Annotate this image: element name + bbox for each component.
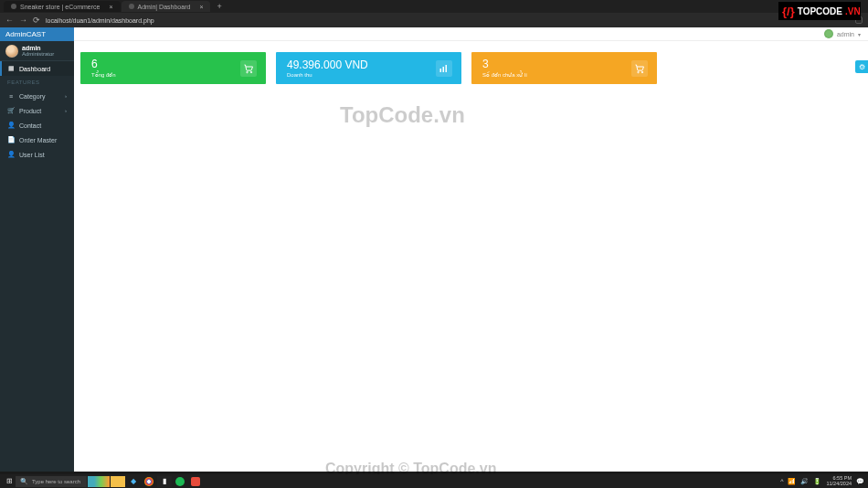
settings-toggle[interactable]: ⚙	[855, 60, 868, 73]
card-value: 3	[482, 58, 527, 69]
topcode-overlay-logo: {/} TOPCODE.VN	[778, 2, 861, 20]
svg-rect-4	[446, 65, 448, 72]
nav-forward-button[interactable]: →	[19, 16, 27, 25]
taskbar-app-spotify[interactable]	[175, 477, 185, 486]
nav-label: Contact	[19, 122, 41, 129]
svg-point-6	[641, 71, 643, 73]
sidebar-user-panel: admin Administrator	[0, 41, 74, 61]
system-tray: ^ 📶 🔊 🔋 6:55 PM 11/24/2024 💬	[780, 476, 864, 486]
tab-title: Admin| Dashboard	[138, 4, 191, 10]
file-icon: 📄	[7, 136, 15, 143]
sidebar: admin Administrator ▦ Dashboard FEATURES…	[0, 27, 74, 472]
nav-product[interactable]: 🛒 Product ›	[0, 103, 74, 118]
nav-section-features: FEATURES	[0, 76, 74, 89]
tray-chevron-icon[interactable]: ^	[780, 478, 783, 484]
address-url[interactable]: localhost/duan1/admin/dashboard.php	[46, 17, 154, 24]
tab-title: Sneaker store | eCommerce	[20, 4, 100, 10]
search-placeholder: Type here to search	[32, 479, 80, 484]
nav-dashboard[interactable]: ▦ Dashboard	[0, 61, 74, 76]
main-content: 6 Tổng đơn 49.396.000 VND Doanh thu 3	[74, 27, 868, 472]
card-revenue[interactable]: 49.396.000 VND Doanh thu	[276, 52, 461, 84]
tab-favicon	[11, 4, 16, 9]
svg-point-5	[638, 71, 640, 73]
header-user-menu[interactable]: admin ▾	[824, 29, 868, 38]
card-label: Tổng đơn	[91, 71, 116, 78]
sidebar-user-role: Administrator	[22, 51, 54, 57]
cart-icon	[240, 60, 257, 77]
nav-label: Dashboard	[19, 66, 50, 72]
gear-icon: ⚙	[859, 63, 865, 71]
new-tab-button[interactable]: +	[217, 2, 221, 11]
sidebar-user-name: admin	[22, 45, 54, 51]
sidebar-menu: ▦ Dashboard FEATURES ≡ Category › 🛒 Prod…	[0, 61, 74, 162]
tray-battery-icon[interactable]: 🔋	[813, 478, 821, 485]
user-icon: 👤	[7, 122, 15, 129]
brand-logo[interactable]: AdminCAST	[0, 27, 74, 41]
taskbar-app-generic[interactable]	[191, 477, 200, 486]
top-header: AdminCAST admin ▾	[0, 27, 868, 41]
browser-tab-1[interactable]: Sneaker store | eCommerce ×	[4, 1, 121, 12]
nav-reload-button[interactable]: ⟳	[33, 16, 40, 25]
svg-rect-3	[443, 67, 445, 72]
nav-label: Category	[19, 93, 45, 100]
nav-back-button[interactable]: ←	[5, 16, 14, 25]
taskbar-app-explorer[interactable]	[111, 476, 125, 487]
avatar-icon	[824, 29, 833, 38]
dashboard-cards: 6 Tổng đơn 49.396.000 VND Doanh thu 3	[74, 41, 868, 84]
section-label: FEATURES	[7, 80, 40, 85]
tray-network-icon[interactable]: 📶	[788, 478, 796, 485]
card-pending-orders[interactable]: 3 Số đơn chưa xử lí	[471, 52, 657, 84]
taskbar-search[interactable]: 🔍 Type here to search	[16, 476, 87, 487]
sidebar-user-info: admin Administrator	[22, 45, 54, 57]
card-value: 6	[91, 58, 116, 69]
svg-rect-2	[440, 69, 442, 72]
browser-titlebar: Sneaker store | eCommerce × Admin| Dashb…	[0, 0, 868, 13]
grid-icon: ▦	[7, 65, 15, 72]
tab-close-icon[interactable]: ×	[109, 4, 112, 10]
chevron-down-icon: ▾	[858, 31, 861, 37]
nav-order[interactable]: 📄 Order Master	[0, 133, 74, 147]
tab-favicon	[129, 4, 134, 9]
start-button[interactable]: ⊞	[4, 476, 15, 487]
nav-label: Order Master	[19, 137, 57, 143]
taskbar-app-thumb[interactable]	[88, 476, 110, 487]
taskbar-app-terminal[interactable]: ▮	[157, 476, 172, 487]
header-username: admin	[837, 31, 854, 37]
list-icon: ≡	[7, 93, 15, 100]
chart-icon	[436, 60, 452, 77]
card-total-orders[interactable]: 6 Tổng đơn	[80, 52, 266, 84]
nav-contact[interactable]: 👤 Contact	[0, 118, 74, 133]
nav-category[interactable]: ≡ Category ›	[0, 89, 74, 103]
svg-point-1	[250, 71, 252, 73]
tray-volume-icon[interactable]: 🔊	[800, 478, 809, 485]
code-icon: {/}	[782, 5, 795, 18]
card-value: 49.396.000 VND	[287, 59, 368, 70]
tab-close-icon[interactable]: ×	[199, 4, 203, 10]
chevron-right-icon: ›	[65, 93, 67, 99]
card-label: Số đơn chưa xử lí	[482, 71, 527, 78]
cart-icon: 🛒	[7, 107, 15, 114]
taskbar-clock[interactable]: 6:55 PM 11/24/2024	[826, 476, 852, 486]
taskbar-app-chrome[interactable]	[144, 477, 153, 486]
nav-label: User List	[19, 152, 45, 158]
chevron-right-icon: ›	[65, 108, 67, 113]
search-icon: 🔍	[20, 478, 28, 485]
overlay-text: TOPCODE	[798, 6, 842, 16]
windows-taskbar: ⊞ 🔍 Type here to search ◆ ▮ ^ 📶 🔊 🔋 6:55…	[0, 474, 868, 488]
avatar-icon	[5, 45, 18, 58]
card-label: Doanh thu	[287, 72, 368, 78]
user-icon: 👤	[7, 151, 15, 158]
page: AdminCAST admin ▾ admin Administrator ▦ …	[0, 27, 868, 472]
browser-addressbar: ← → ⟳ localhost/duan1/admin/dashboard.ph…	[0, 13, 868, 27]
browser-tab-2[interactable]: Admin| Dashboard ×	[122, 1, 211, 12]
nav-userlist[interactable]: 👤 User List	[0, 147, 74, 162]
clock-date: 11/24/2024	[826, 482, 852, 487]
cart-icon	[631, 60, 648, 77]
svg-point-0	[247, 71, 249, 73]
overlay-vn: .VN	[845, 6, 861, 16]
taskbar-app-vscode[interactable]: ◆	[126, 476, 141, 487]
nav-label: Product	[19, 108, 41, 114]
notification-icon[interactable]: 💬	[856, 478, 864, 485]
